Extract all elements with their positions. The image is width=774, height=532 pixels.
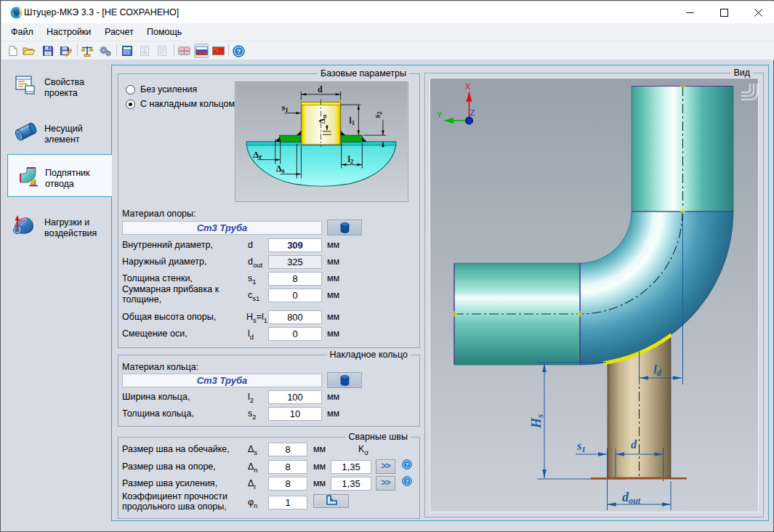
row-symbol: Δs	[248, 444, 257, 456]
input-ksigma-support[interactable]: 1,35	[331, 460, 371, 474]
input-ksigma-reinforcement[interactable]: 1,35	[331, 477, 371, 491]
row-unit: мм	[313, 462, 326, 472]
group-overlay-ring: Накладное кольцо Материал кольца: Ст3 Тр…	[118, 355, 420, 427]
row-label: Размер шва на обечайке,	[122, 444, 230, 454]
input-axis-offset[interactable]: 0	[268, 327, 322, 341]
row-unit: мм	[327, 392, 339, 402]
input-outer-diameter[interactable]: 325	[268, 255, 322, 269]
row-symbol: l2	[248, 392, 254, 404]
toolbar-separator	[116, 44, 117, 57]
sidebar-item-bearing-element[interactable]: Несущийэлемент	[1, 119, 111, 148]
help-icon: ?	[233, 45, 245, 57]
row-label: Смещение оси,	[122, 329, 188, 339]
radio-label: Без усиления	[140, 84, 197, 94]
input-weld-reinforcement[interactable]: 8	[268, 477, 307, 491]
weld-seam-button[interactable]	[313, 494, 349, 508]
russian-flag-icon	[195, 47, 208, 55]
group-welds: Сварные швы Размер шва на обечайке, Δs 8…	[118, 437, 420, 519]
row-symbol: Δn	[248, 462, 258, 474]
chinese-flag-icon	[212, 47, 225, 55]
nozzle-schematic-diagram: d s1 Δn l1 s2 Δr Δs l2	[235, 81, 408, 202]
calculator-button[interactable]	[120, 44, 134, 58]
diagram-label-d: d	[318, 84, 323, 94]
svg-text:F: F	[20, 217, 26, 227]
view-3d-viewport[interactable]: ld Hs s1 d dout X Y	[430, 78, 759, 512]
content-panel: Базовые параметры Без усиления С накладн…	[111, 65, 769, 521]
calculator-icon	[121, 45, 133, 57]
input-support-height[interactable]: 800	[268, 310, 322, 324]
ksigma-header: Kσ	[358, 444, 368, 456]
pipe-element-icon	[14, 120, 37, 143]
input-inner-diameter[interactable]: 309	[268, 238, 322, 252]
menu-help[interactable]: Помощь	[147, 27, 182, 37]
document-icon	[156, 45, 168, 57]
row-unit: мм	[327, 329, 339, 339]
sidebar-item-elbow-support-selected[interactable]: Подпятникотвода	[7, 154, 112, 197]
row-label: Размер шва на опоре,	[122, 462, 216, 472]
database-cylinder-icon	[340, 375, 350, 386]
maximize-button[interactable]	[707, 1, 741, 23]
ksigma-calc-button[interactable]: >>	[376, 476, 395, 491]
language-russian-button[interactable]	[194, 44, 209, 58]
material-database-button[interactable]	[327, 219, 362, 235]
row-unit: мм	[327, 408, 339, 419]
close-icon	[754, 9, 762, 17]
axis-label-z: Z	[470, 109, 475, 117]
svg-text:?: ?	[406, 478, 409, 485]
radio-with-ring[interactable]	[126, 100, 135, 109]
protocol-button[interactable]	[155, 44, 169, 58]
help-button[interactable]: ?	[231, 44, 246, 58]
row-symbol: s1	[248, 273, 257, 286]
sidebar-item-label: Свойствапроекта	[44, 77, 84, 99]
title-bar: N Штуцер-МКЭ 3.3 - [НЕ СОХРАНЕНО]	[1, 1, 774, 23]
sidebar-item-project-properties[interactable]: Свойствапроекта	[1, 73, 111, 102]
language-chinese-button[interactable]	[211, 44, 225, 58]
row-symbol: φn	[248, 497, 257, 509]
material-label: Материал опоры:	[122, 209, 196, 219]
input-ring-thickness[interactable]: 10	[268, 407, 322, 421]
axis-label-x: X	[465, 82, 471, 91]
weld-help-button[interactable]: ?	[402, 459, 412, 469]
sidebar-item-loads[interactable]: F Нагрузки ивоздействия	[1, 213, 111, 242]
row-symbol: cs1	[248, 290, 259, 302]
report-icon	[139, 45, 150, 57]
elbow-support-icon	[17, 164, 41, 189]
weld-help-button[interactable]: ?	[402, 476, 412, 486]
group-title: Базовые параметры	[318, 68, 409, 78]
group-view: Вид	[424, 73, 764, 517]
row-unit: мм	[327, 257, 339, 267]
ksigma-calc-button[interactable]: >>	[376, 459, 395, 474]
input-seam-strength-coeff[interactable]: 1	[268, 496, 307, 509]
material-label: Материал кольца:	[122, 362, 198, 372]
weld-seam-icon	[325, 495, 338, 507]
group-title: Накладное кольцо	[327, 350, 411, 360]
english-flag-icon	[178, 47, 190, 55]
input-wall-thickness[interactable]: 8	[268, 272, 322, 286]
dim-label-d: d	[631, 438, 637, 451]
toolbar-separator	[174, 44, 174, 57]
ring-material-database-button[interactable]	[327, 372, 362, 388]
group-title: Сварные швы	[346, 432, 411, 442]
group-base-parameters: Базовые параметры Без усиления С накладн…	[118, 73, 420, 348]
report-button[interactable]	[137, 44, 152, 58]
input-thickness-allowance[interactable]: 0	[268, 289, 322, 302]
material-field[interactable]: Ст3 Труба	[122, 221, 322, 235]
row-symbol: ld	[248, 329, 254, 341]
minimize-button[interactable]	[673, 1, 706, 23]
input-weld-shell[interactable]: 8	[268, 443, 307, 456]
row-symbol: Hs=l1	[246, 312, 267, 324]
ring-material-field[interactable]: Ст3 Труба	[122, 374, 322, 387]
svg-text:?: ?	[406, 462, 409, 468]
sidebar-item-label: Несущийэлемент	[44, 124, 83, 145]
language-english-button[interactable]	[177, 44, 191, 58]
axis-label-y: Y	[437, 110, 443, 119]
input-ring-width[interactable]: 100	[268, 390, 322, 404]
svg-text:?: ?	[236, 47, 241, 55]
row-label: Коэффициент прочностипродольного шва опо…	[122, 492, 227, 512]
row-label: Суммарная прибавка ктолщине,	[122, 285, 219, 305]
input-weld-support[interactable]: 8	[268, 460, 307, 474]
row-symbol: dout	[248, 257, 262, 269]
radio-no-reinforcement[interactable]	[126, 85, 135, 94]
close-button[interactable]	[741, 1, 774, 23]
app-window: N Штуцер-МКЭ 3.3 - [НЕ СОХРАНЕНО] Файл Н…	[0, 0, 774, 532]
